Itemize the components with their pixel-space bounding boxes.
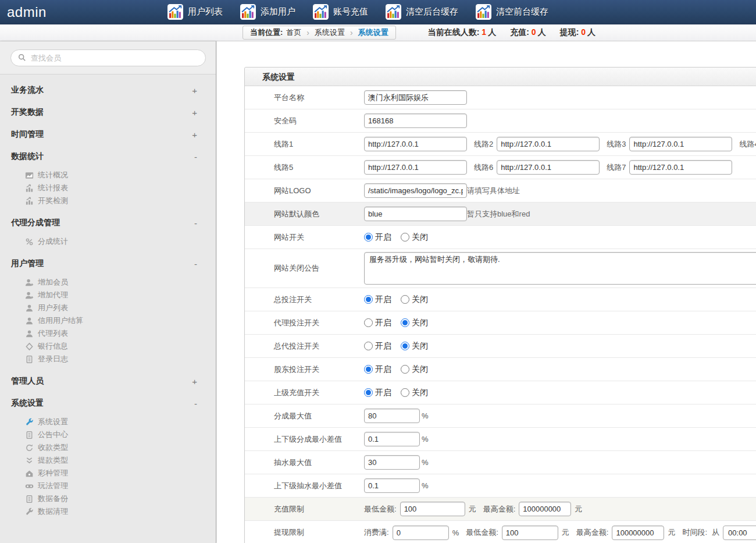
- form-row-lines-5-7: 线路5 线路6 线路7: [245, 156, 756, 179]
- sidebar: 业务流水 + 开奖数据 + 时间管理 + 数据统计 - 统计概况 统计报表: [0, 41, 216, 543]
- field-label: 总代投注开关: [274, 341, 364, 352]
- sidebar-item-data-backup[interactable]: 数据备份: [0, 492, 216, 505]
- recharge-max-input[interactable]: [519, 502, 571, 516]
- sidebar-section-user-management[interactable]: 用户管理 -: [0, 253, 216, 275]
- upper-recharge-off-radio[interactable]: [401, 388, 409, 397]
- gamepad-icon: [25, 482, 34, 491]
- field-label: 网站默认颜色: [274, 209, 364, 219]
- sidebar-item-lottery-type-management[interactable]: 彩种管理: [0, 467, 216, 480]
- withdraw-consume-input[interactable]: [393, 526, 449, 540]
- sidebar-section-time-management[interactable]: 时间管理 +: [0, 123, 216, 145]
- total-bet-off-radio[interactable]: [401, 295, 409, 304]
- site-logo-input[interactable]: [364, 183, 467, 198]
- radio-label: 开启: [375, 388, 391, 398]
- sidebar-item-add-agent[interactable]: 增加代理: [0, 289, 216, 301]
- shareholder-bet-off-radio[interactable]: [401, 365, 409, 374]
- site-switch-on-radio[interactable]: [364, 233, 373, 242]
- sidebar-item-user-list[interactable]: 用户列表: [0, 301, 216, 314]
- share-min-diff-input[interactable]: [364, 432, 420, 446]
- submenu-system-settings: 系统设置 公告中心 收款类型 提款类型 彩种管理 玩法管理: [0, 414, 216, 523]
- sidebar-item-data-cleanup[interactable]: 数据清理: [0, 505, 216, 518]
- security-code-input[interactable]: [364, 113, 467, 128]
- field-label: 抽水最大值: [274, 457, 364, 468]
- radio-label: 开启: [375, 232, 391, 243]
- agent-bet-on-radio[interactable]: [364, 318, 373, 327]
- total-bet-on-radio[interactable]: [364, 295, 373, 304]
- form-row-rake-max: 抽水最大值 %: [245, 451, 756, 474]
- breadcrumb-home[interactable]: 首页: [286, 27, 301, 38]
- sidebar-item-stats-overview[interactable]: 统计概况: [0, 169, 216, 182]
- breadcrumb-bar: 当前位置: 首页 › 系统设置 › 系统设置 当前在线人数:1人 充值:0人 提…: [0, 24, 756, 41]
- sidebar-section-administrators[interactable]: 管理人员 +: [0, 370, 216, 392]
- sidebar-section-system-settings[interactable]: 系统设置 -: [0, 392, 216, 414]
- min-amount-label: 最低金额:: [364, 504, 397, 514]
- member-search-box[interactable]: [10, 49, 206, 66]
- sidebar-section-agent-share[interactable]: 代理分成管理 -: [0, 212, 216, 234]
- site-switch-off-radio[interactable]: [401, 233, 409, 242]
- rake-min-diff-input[interactable]: [364, 478, 420, 493]
- withdraw-time-from-input[interactable]: 00:00: [723, 526, 756, 540]
- sidebar-item-system-settings[interactable]: 系统设置: [0, 416, 216, 428]
- recharge-min-input[interactable]: [400, 502, 465, 516]
- upper-recharge-radio-group: 开启 关闭: [364, 388, 437, 398]
- line1-input[interactable]: [364, 137, 467, 151]
- general-agent-bet-off-radio[interactable]: [401, 342, 409, 350]
- field-label: 上下级抽水最小差值: [274, 481, 364, 491]
- breadcrumb-system-settings[interactable]: 系统设置: [315, 27, 345, 38]
- sidebar-item-agent-list[interactable]: 代理列表: [0, 327, 216, 340]
- line2-input[interactable]: [497, 137, 600, 151]
- sidebar-item-draw-check[interactable]: 开奖检测: [0, 194, 216, 207]
- line6-input[interactable]: [497, 160, 600, 175]
- general-agent-bet-on-radio[interactable]: [364, 342, 373, 350]
- breadcrumb-current[interactable]: 系统设置: [358, 27, 388, 38]
- default-color-input[interactable]: [364, 207, 467, 221]
- sidebar-item-share-stats[interactable]: 分成统计: [0, 235, 216, 248]
- share-max-input[interactable]: [364, 409, 420, 423]
- platform-name-input[interactable]: [364, 90, 467, 105]
- sidebar-item-add-member[interactable]: 增加会员: [0, 276, 216, 289]
- submenu-user-management: 增加会员 增加代理 用户列表 信用用户结算 代理列表 银行信息: [0, 275, 216, 370]
- sidebar-item-login-log[interactable]: 登录日志: [0, 353, 216, 365]
- close-notice-textarea[interactable]: 服务器升级，网站暂时关闭，敬请期待.: [364, 252, 756, 285]
- site-switch-radio-group: 开启 关闭: [364, 232, 437, 243]
- stat-value: 0: [532, 27, 536, 37]
- sidebar-item-stats-report[interactable]: 统计报表: [0, 182, 216, 194]
- member-search-input[interactable]: [31, 54, 194, 62]
- form-row-agent-bet-switch: 代理投注开关 开启 关闭: [245, 311, 756, 335]
- line5-input[interactable]: [364, 160, 467, 175]
- topnav-user-list[interactable]: 用户列表: [167, 4, 223, 20]
- max-amount-label: 最高金额:: [576, 527, 609, 538]
- shareholder-bet-on-radio[interactable]: [364, 365, 373, 374]
- sidebar-item-credit-settlement[interactable]: 信用用户结算: [0, 314, 216, 327]
- field-label: 线路2: [474, 139, 493, 150]
- rake-max-input[interactable]: [364, 455, 420, 470]
- field-label: 上下级分成最小差值: [274, 434, 364, 445]
- field-label: 线路3: [607, 139, 626, 150]
- topnav-clear-frontend-cache[interactable]: 清空前台缓存: [476, 4, 548, 20]
- form-row-share-max: 分成最大值 %: [245, 404, 756, 428]
- max-amount-label: 最高金额:: [483, 504, 516, 514]
- percent-unit: %: [422, 411, 429, 420]
- topnav-account-recharge[interactable]: 账号充值: [313, 4, 368, 20]
- sidebar-item-bank-info[interactable]: 银行信息: [0, 340, 216, 353]
- upper-recharge-on-radio[interactable]: [364, 388, 373, 397]
- sidebar-item-withdraw-type[interactable]: 提款类型: [0, 454, 216, 467]
- breadcrumb-prefix: 当前位置:: [250, 27, 283, 38]
- topnav-add-user[interactable]: 添加用户: [240, 4, 295, 20]
- sidebar-section-data-statistics[interactable]: 数据统计 -: [0, 145, 216, 168]
- sidebar-section-lottery-data[interactable]: 开奖数据 +: [0, 101, 216, 123]
- wrench-icon: [25, 507, 34, 516]
- topnav-clear-backend-cache[interactable]: 清空后台缓存: [386, 4, 458, 20]
- sidebar-section-business-flow[interactable]: 业务流水 +: [0, 79, 216, 101]
- sidebar-item-announcement-center[interactable]: 公告中心: [0, 428, 216, 441]
- sidebar-item-payment-type[interactable]: 收款类型: [0, 441, 216, 454]
- withdraw-min-input[interactable]: [502, 526, 558, 540]
- stat-online-count: 当前在线人数:1人: [428, 27, 496, 38]
- line3-input[interactable]: [629, 137, 732, 151]
- agent-bet-off-radio[interactable]: [401, 318, 409, 327]
- panel-title: 系统设置: [245, 68, 756, 86]
- general-agent-bet-radio-group: 开启 关闭: [364, 341, 437, 352]
- line7-input[interactable]: [629, 160, 732, 175]
- withdraw-max-input[interactable]: [612, 526, 664, 540]
- sidebar-item-play-management[interactable]: 玩法管理: [0, 480, 216, 492]
